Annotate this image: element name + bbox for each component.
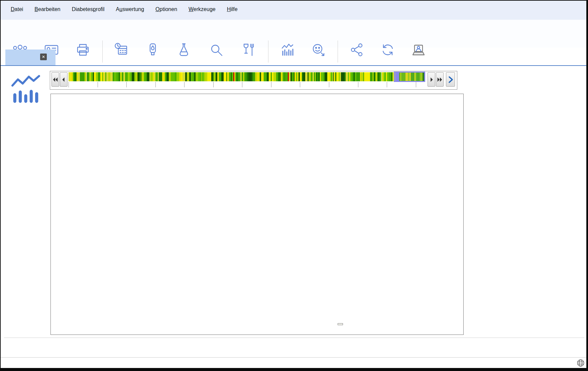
button-row-separator [4,338,584,338]
timeline-month-label [387,82,388,87]
tab-underline [1,65,586,66]
menu-item-werkzeuge[interactable]: Werkzeuge [189,6,216,12]
timeline-data-stripe[interactable] [366,72,369,81]
timeline-data-stripe[interactable] [155,72,158,81]
timeline-data-stripe[interactable] [162,72,165,81]
timeline-data-stripe[interactable] [253,72,255,81]
timeline-month-label [155,82,157,87]
timeline-month-label [69,82,70,87]
timeline-month-label [329,82,331,87]
timeline-month-label [416,82,418,87]
timeline-data-stripe[interactable] [147,72,149,81]
timeline-data-stripe[interactable] [80,72,82,81]
timeline-data-stripe[interactable] [346,72,348,81]
search-icon[interactable] [208,42,224,58]
timeline-month-label [126,82,128,87]
close-icon[interactable]: ✕ [40,54,47,60]
timeline-data-stripe[interactable] [244,72,247,81]
timeline-data-stripe[interactable] [273,72,276,81]
timeline-data-stripe[interactable] [257,72,259,81]
menu-item-diabetesprofil[interactable]: Diabetesprofil [72,6,105,12]
timeline-data-stripe[interactable] [132,72,134,81]
timeline-data-stripe[interactable] [98,72,100,81]
timeline-data-stripe[interactable] [85,72,87,81]
timeline-data-stripe[interactable] [172,72,175,81]
timeline-data-stripe[interactable] [283,72,285,81]
timeline-month-label [242,82,244,87]
menu-bar: DateiBearbeitenDiabetesprofilAuswertungO… [1,1,586,20]
toolbar [1,20,586,48]
telemedicine-icon[interactable] [410,42,427,58]
timeline-data-stripe[interactable] [166,72,169,81]
lab-values-icon[interactable] [176,42,192,58]
toolbar-separator [268,40,268,63]
timeline-month-label [358,82,360,87]
timeline-data-stripe[interactable] [125,72,128,81]
timeline-data-stripe[interactable] [375,72,378,81]
toolbar-separator [338,40,338,63]
timeline-data-stripe[interactable] [116,72,119,81]
menu-item-hilfe[interactable]: Hilfe [227,6,238,12]
timeline-data-stripe[interactable] [285,72,288,81]
timeline-data-stripe[interactable] [224,72,226,81]
timeline-data-stripe[interactable] [336,72,339,81]
appointments-icon[interactable] [114,42,130,58]
timeline-data-stripe[interactable] [110,72,113,81]
timeline-data-stripe[interactable] [137,72,140,81]
timeline-data-stripe[interactable] [341,72,343,81]
timeline-data-stripe[interactable] [321,72,323,81]
timeline-data-stripe[interactable] [183,72,185,81]
timeline-data-stripe[interactable] [305,72,308,81]
timeline-selection-box[interactable] [394,72,425,82]
timeline-first-icon[interactable] [51,72,59,87]
export-smiley-icon[interactable] [310,42,326,58]
nutrition-icon[interactable] [240,42,256,58]
globe-icon [576,359,585,367]
timeline-jump-forward-icon[interactable] [446,72,455,87]
timeline-data-stripe[interactable] [370,72,372,81]
menu-item-auswertung[interactable]: Auswertung [116,6,144,12]
timeline-data-stripe[interactable] [278,72,281,81]
timeline-data-stripe[interactable] [325,72,327,81]
timeline-data-stripe[interactable] [187,72,189,81]
menu-items: DateiBearbeitenDiabetesprofilAuswertungO… [11,6,238,12]
tab-statistik[interactable]: ✕ [5,50,55,65]
timeline-data-stripe[interactable] [134,72,137,81]
statistics-view-icon [10,74,41,103]
timeline-data-stripe[interactable] [130,72,132,81]
timeline-data-stripe[interactable] [309,72,311,81]
timeline-data-stripe[interactable] [221,72,224,81]
timeline-month-label [98,82,99,87]
application-window: DateiBearbeitenDiabetesprofilAuswertungO… [1,1,586,368]
menu-item-optionen[interactable]: Optionen [155,6,177,12]
timeline-month-label [300,82,302,87]
timeline-data-stripe[interactable] [150,72,153,81]
timeline-data-stripe[interactable] [198,72,201,81]
timeline-month-label [271,82,273,87]
therapy-goals-link[interactable] [338,323,343,325]
timeline-data-stripe[interactable] [144,72,147,81]
timeline-data-stripe[interactable] [114,72,116,81]
timeline-data-stripe[interactable] [196,72,198,81]
menu-item-bearbeiten[interactable]: Bearbeiten [34,6,60,12]
timeline-data-stripe[interactable] [74,72,77,81]
glucose-meter-icon[interactable] [145,42,161,58]
sync-icon[interactable] [380,42,396,58]
share-icon[interactable] [349,42,365,58]
status-bar-separator [1,357,586,358]
timeline-prev-icon[interactable] [60,72,68,87]
menu-item-datei[interactable]: Datei [11,6,23,12]
timeline-next-icon[interactable] [428,72,435,87]
timeline-data-stripe[interactable] [377,72,380,81]
timeline-last-icon[interactable] [436,72,444,87]
timeline-month-label [213,82,215,87]
timeline-data-stripe[interactable] [364,72,366,81]
statistics-icon[interactable] [279,42,296,58]
printer-icon[interactable] [75,42,91,58]
toolbar-separator [102,40,103,63]
timeline-month-label [184,82,186,87]
chart-panel [50,94,464,335]
